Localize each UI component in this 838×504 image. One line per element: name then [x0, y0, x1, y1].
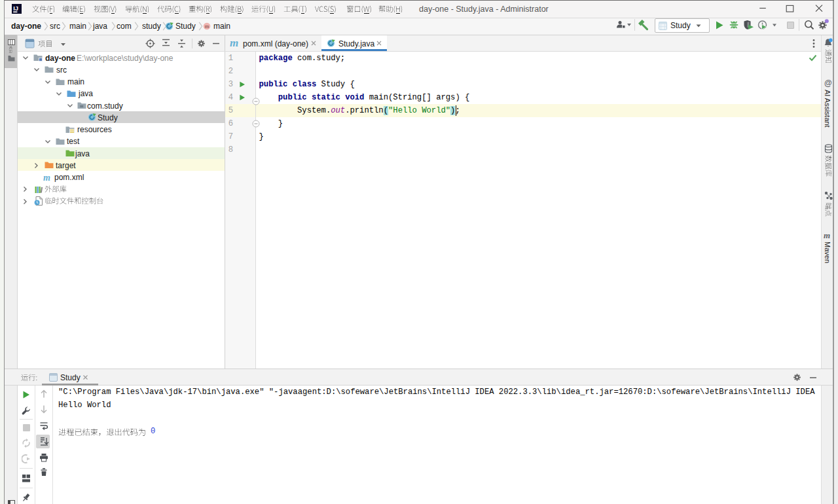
svg-text:m: m [43, 173, 50, 181]
svg-text:m: m [824, 232, 830, 239]
svg-text:IJ: IJ [13, 5, 18, 12]
svg-text:m: m [205, 24, 210, 29]
svg-text:m: m [230, 38, 238, 48]
